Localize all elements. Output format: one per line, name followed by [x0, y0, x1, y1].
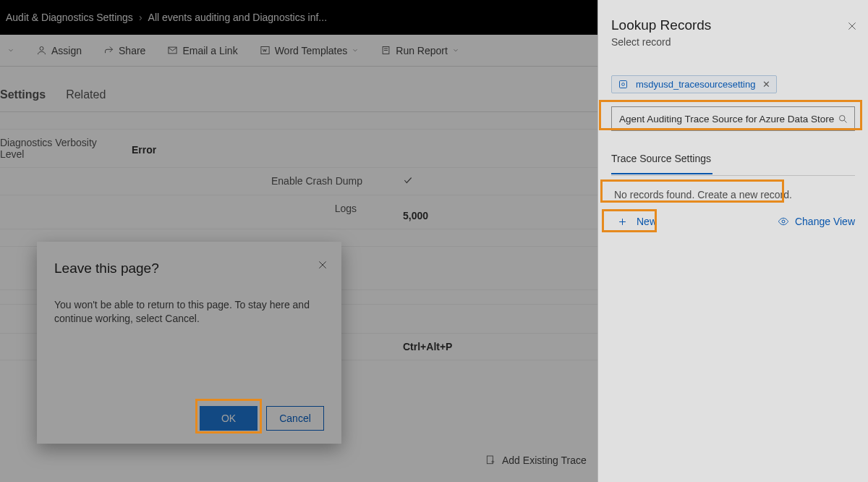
add-existing-trace-button[interactable]: Add Existing Trace [485, 454, 587, 466]
word-templates-label: Word Templates [275, 45, 348, 56]
svg-line-17 [844, 120, 846, 122]
assign-button[interactable]: Assign [36, 45, 82, 56]
svg-rect-9 [487, 456, 493, 464]
chip-label: msdyusd_tracesourcesetting [636, 79, 755, 90]
word-icon [260, 45, 271, 56]
divider [611, 175, 855, 176]
section-indicator [611, 173, 712, 174]
change-view-label: Change View [795, 216, 855, 227]
new-button-label: New [637, 216, 657, 227]
word-templates-button[interactable]: Word Templates [260, 45, 359, 56]
plus-icon [617, 216, 628, 227]
value-logs[interactable]: 5,000 [394, 195, 437, 229]
breadcrumb-current: All events auditing and Diagnostics inf.… [148, 12, 327, 23]
label-logs-suffix: Logs [271, 195, 394, 229]
add-existing-trace-label: Add Existing Trace [502, 454, 587, 466]
new-button[interactable]: New [611, 213, 663, 229]
tab-related[interactable]: Related [66, 88, 106, 101]
svg-point-16 [840, 115, 846, 121]
share-label: Share [119, 45, 145, 56]
dialog-title: Leave this page? [54, 261, 324, 276]
breadcrumb-root[interactable]: Audit & Diagnostics Settings [6, 12, 133, 23]
email-link-button[interactable]: Email a Link [167, 45, 237, 56]
close-icon[interactable] [317, 259, 328, 274]
tab-settings[interactable]: Settings [0, 88, 46, 101]
dialog-body: You won't be able to return to this page… [54, 298, 324, 326]
value-crash-dump[interactable] [394, 168, 422, 195]
document-plus-icon [485, 454, 496, 466]
no-records-message: No records found. Create a new record. [611, 187, 795, 202]
chevron-right-icon: › [139, 12, 142, 23]
assign-label: Assign [51, 45, 82, 56]
run-report-label: Run Report [396, 45, 448, 56]
svg-point-20 [782, 220, 785, 223]
panel-section-title: Trace Source Settings [611, 153, 855, 173]
checkmark-icon [403, 175, 413, 185]
chevron-down-icon [452, 45, 459, 56]
change-view-button[interactable]: Change View [778, 216, 855, 227]
menu-chevron[interactable] [7, 45, 14, 56]
run-report-button[interactable]: Run Report [380, 45, 459, 56]
label-verbosity: Diagnostics Verbosity Level [0, 130, 123, 167]
value-shortcut[interactable]: Ctrl+Alt+P [394, 334, 461, 360]
svg-point-3 [40, 47, 43, 51]
lookup-records-panel: Lookup Records Select record msdyusd_tra… [597, 0, 868, 482]
report-icon [380, 45, 391, 56]
breadcrumb: Audit & Diagnostics Settings › All event… [6, 12, 327, 23]
chip-remove-icon[interactable]: ✕ [762, 79, 770, 90]
eye-icon [778, 216, 789, 227]
panel-title: Lookup Records [611, 17, 855, 33]
selected-entity-chip[interactable]: msdyusd_tracesourcesetting ✕ [611, 75, 777, 93]
ok-button[interactable]: OK [200, 406, 258, 431]
value-verbosity[interactable]: Error [123, 130, 165, 167]
share-button[interactable]: Share [103, 45, 145, 56]
svg-rect-14 [620, 81, 627, 88]
email-link-label: Email a Link [182, 45, 237, 56]
entity-icon [618, 79, 629, 90]
cancel-button[interactable]: Cancel [266, 406, 324, 431]
leave-page-dialog: Leave this page? You won't be able to re… [37, 242, 341, 444]
chevron-down-icon [352, 45, 359, 56]
label-crash-dump: Enable Crash Dump [271, 168, 394, 195]
svg-rect-4 [169, 47, 176, 54]
person-icon [36, 45, 47, 56]
lookup-search-field[interactable] [619, 114, 838, 124]
close-icon[interactable] [846, 20, 858, 32]
mail-icon [167, 45, 178, 56]
share-icon [103, 45, 114, 56]
svg-point-15 [622, 83, 625, 86]
lookup-search-input[interactable] [611, 106, 855, 131]
search-icon[interactable] [838, 114, 848, 124]
panel-subtitle: Select record [611, 36, 855, 48]
dialog-buttons: OK Cancel [200, 406, 324, 431]
